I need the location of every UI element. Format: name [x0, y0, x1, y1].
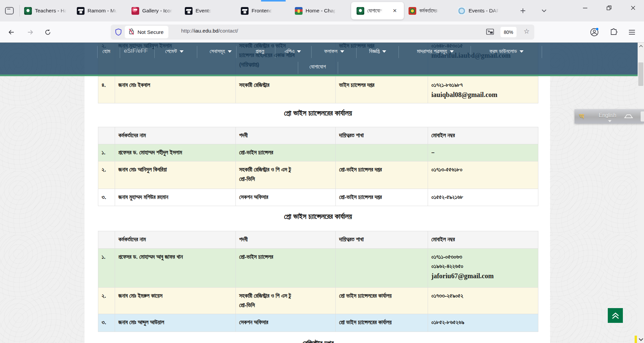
pip-icon[interactable]	[486, 28, 494, 37]
dropdown-caret-icon	[450, 50, 454, 53]
nav-item-madrasah-letters[interactable]: মাদরাসার পত্রসমূহ	[417, 45, 454, 57]
forward-button[interactable]	[25, 27, 36, 38]
bookmark-star-icon[interactable]: ☆	[524, 27, 530, 35]
dropdown-caret-icon	[382, 50, 386, 53]
language-switcher[interactable]: অ English	[575, 109, 644, 124]
navbar-green-underline	[0, 75, 638, 76]
tab-favicon-events-daf-icon	[458, 7, 466, 15]
tab-favicon-teachers-icon	[24, 7, 32, 15]
tab-separator	[19, 5, 20, 16]
firefox-view-button[interactable]	[4, 6, 14, 16]
nav-item-results[interactable]: ফলাফল	[324, 45, 344, 57]
url-text: http://iau.edu.bd/contact/	[181, 28, 238, 34]
table-row: ২. জনাব মোঃ আনিসুল কিবরিয়া সহকারী রেজিস…	[98, 161, 538, 189]
page-viewport: ২. জনাব মুহাম্মদ আরিফুল ইসলাম সহকারী রেজ…	[0, 43, 644, 343]
nav-item-contact[interactable]: যোগাযোগ	[310, 60, 326, 73]
security-chip[interactable]: Not Secure	[125, 26, 168, 38]
window-restore-button[interactable]	[601, 0, 616, 15]
back-to-top-button[interactable]	[608, 308, 623, 323]
window-minimize-button[interactable]	[577, 0, 593, 15]
section-heading-2: প্রো ভাইস চ্যান্সেলরের কার্যালয়	[98, 210, 538, 223]
dropdown-caret-icon	[340, 50, 344, 53]
table-pro-vc-office-2: কর্মকর্তাদের নাম পদবী দায়িত্বরত শাখা মো…	[98, 231, 538, 332]
scrollbar-find-marker	[635, 336, 637, 343]
table-row: ৪. জনাব মোঃ ইকবাল সহকারী রেজিস্ট্রার ভাই…	[98, 77, 538, 103]
dropdown-caret-icon	[180, 50, 184, 53]
nav-item-services[interactable]: সেবাসমূহ	[210, 45, 232, 57]
url-bar[interactable]: Not Secure http://iau.edu.bd/contact/ 80…	[111, 24, 534, 40]
table-row: ৩. জনাব মোঃ আব্দুল আউয়াল সেকশন অফিসার প…	[98, 314, 538, 332]
tab-close-icon[interactable]: ✕	[391, 7, 398, 14]
scrollbar-down-icon[interactable]	[638, 337, 643, 342]
section-heading-1: প্রো ভাইস চ্যান্সেলরের কার্যালয়	[98, 106, 538, 120]
table-pro-vc-office-1: কর্মকর্তাদের নাম পদবী দায়িত্বরত শাখা মো…	[98, 127, 538, 206]
avro-bengali-icon: অ	[579, 112, 584, 120]
scrollbar-thumb[interactable]	[638, 62, 643, 86]
new-tab-button[interactable]	[518, 6, 528, 15]
table-row: ১. প্রফেসর ড. মোহাম্মদ শহীদুল ইসলাম প্রো…	[98, 144, 538, 161]
security-label: Not Secure	[138, 29, 164, 35]
scrollbar-up-icon[interactable]	[638, 44, 643, 49]
shield-icon[interactable]	[115, 28, 122, 38]
nav-item-notices[interactable]: বিজ্ঞপ্তি	[369, 45, 386, 57]
table-header-row: কর্মকর্তাদের নাম পদবী দায়িত্বরত শাখা মো…	[98, 127, 538, 144]
back-button[interactable]	[6, 27, 17, 38]
tab-ramom[interactable]: Ramom - Mu	[77, 0, 127, 21]
menu-hamburger-icon[interactable]	[626, 27, 638, 38]
nav-item-form-download[interactable]: ফরম ডাউনলোড	[489, 45, 524, 57]
tab-favicon-gallery-icon	[131, 7, 139, 15]
tab-teachers[interactable]: Teachers - Ha	[24, 0, 74, 21]
hand-cursor-icon	[641, 111, 644, 121]
tab-favicon-ramom-icon	[77, 7, 85, 15]
account-icon[interactable]	[589, 27, 600, 38]
tab-bar: Teachers - Ha Ramom - Mu Gallery - Icon …	[0, 0, 644, 21]
window-close-button[interactable]	[625, 0, 641, 15]
site-navbar: হোম eSIF/eFF পেমেন্ট সেবাসমূহ প্রকল্প এপ…	[0, 43, 638, 75]
dropdown-caret-icon	[297, 50, 301, 53]
lock-crossed-icon	[128, 28, 135, 37]
tab-frontend[interactable]: Frontend	[241, 0, 288, 21]
tab-favicon-events-icon	[185, 7, 193, 15]
table-row: ১. প্রফেসর ড. মোহাম্মদ আবু জাফর খান প্রো…	[98, 249, 538, 288]
tab-events[interactable]: Events	[185, 0, 235, 21]
nav-item-projects[interactable]: প্রকল্প	[256, 45, 264, 57]
tab-kormokorta[interactable]: কর্মকর্তাদের-	[409, 0, 454, 21]
tab-favicon-govt-icon	[409, 7, 416, 15]
nav-item-apa[interactable]: এপিএ	[284, 45, 301, 57]
browser-toolbar: Not Secure http://iau.edu.bd/contact/ 80…	[0, 21, 644, 43]
table-header-row: কর্মকর্তাদের নাম পদবী দায়িত্বরত শাখা মো…	[98, 231, 538, 249]
nav-item-home[interactable]: হোম	[103, 45, 110, 57]
tab-favicon-frontend-icon	[241, 7, 249, 15]
tab-gallery[interactable]: Gallery - Icon	[131, 0, 182, 21]
nav-item-payment[interactable]: পেমেন্ট	[165, 45, 183, 57]
dropdown-caret-icon	[228, 50, 232, 53]
tab-home[interactable]: Home - Chap	[295, 0, 348, 21]
tab-favicon-home-icon	[295, 7, 303, 15]
table-row: ২. জনাব মোঃ ইমরুল কায়েস সহকারী রেজিস্ট্…	[98, 288, 538, 314]
extensions-icon[interactable]	[608, 27, 620, 38]
section-heading-3: রেজিস্ট্রার দপ্তর	[98, 337, 538, 343]
browser-scrollbar[interactable]	[638, 43, 644, 343]
table-row: ৩. জনাব মুহাম্মদ মশিউর রহমান সেকশন অফিসা…	[98, 189, 538, 206]
tab-title: Teachers - Ha	[35, 8, 67, 14]
list-tabs-button[interactable]	[539, 6, 549, 15]
language-label: English	[599, 112, 616, 118]
zoom-level-badge[interactable]: 80%	[500, 27, 517, 37]
tab-events-daf[interactable]: Events - DAF	[458, 0, 508, 21]
dropdown-caret-icon	[520, 50, 524, 53]
reload-button[interactable]	[43, 27, 53, 38]
nav-item-esif[interactable]: eSIF/eFF	[124, 45, 148, 57]
tab-favicon-jogajog-icon	[357, 7, 364, 15]
keyboard-icon[interactable]	[624, 114, 634, 120]
language-caret-icon	[608, 120, 611, 122]
